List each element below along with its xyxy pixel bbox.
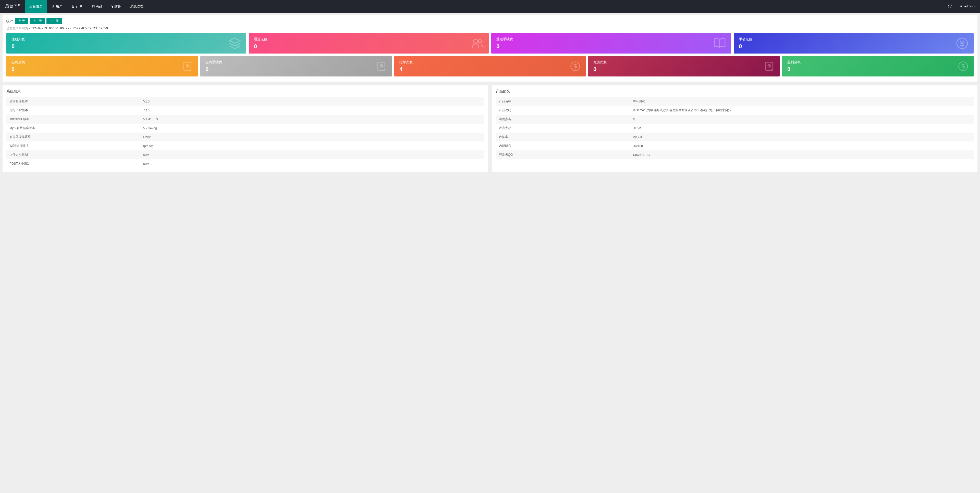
table-row: 当前程序版本V1.0 bbox=[6, 97, 484, 106]
nav-item[interactable]: ¥财务 bbox=[107, 0, 126, 13]
panel-title: 产品团队 bbox=[496, 89, 974, 94]
product-team-panel: 产品团队 产品名称学习测试产品说明本Demo只为学习测试交流,请勿要做商业或者用… bbox=[492, 86, 978, 172]
note-icon bbox=[764, 61, 775, 71]
stat-tile[interactable]: 通道充值 0 bbox=[249, 33, 489, 54]
row-key: MySQL数据库版本 bbox=[6, 124, 140, 133]
stat-tiles-row-1: 注册人数 0 通道充值 0 通道手续费 0 手动充值 0 bbox=[6, 33, 974, 54]
stat-tile[interactable]: 提现金额 0 bbox=[6, 56, 198, 76]
system-info-panel: 系统信息 当前程序版本V1.0运行PHP版本7.1.5ThinkPHP版本5.1… bbox=[3, 86, 488, 172]
dollar-icon bbox=[570, 61, 581, 71]
table-row: 上传大小限制50M bbox=[6, 151, 484, 159]
nav-item[interactable]: 后台首页 bbox=[25, 0, 47, 13]
stats-label: 统计 bbox=[6, 19, 13, 24]
tile-title: 抢单次数 bbox=[399, 60, 581, 65]
nav-label: 商品 bbox=[96, 4, 102, 9]
tile-value: 0 bbox=[788, 66, 969, 73]
stat-tile[interactable]: 通道手续费 0 bbox=[491, 33, 731, 54]
row-value: MySQL bbox=[630, 133, 974, 141]
stat-tile[interactable]: 抢单次数 4 bbox=[394, 56, 586, 76]
nav-label: 财务 bbox=[115, 4, 121, 9]
row-value: 5.7.34-log bbox=[140, 124, 484, 133]
nav-item[interactable]: 系统管理 bbox=[126, 0, 148, 13]
product-team-table: 产品名称学习测试产品说明本Demo只为学习测试交流,请勿要做商业或者用于违法行为… bbox=[496, 97, 974, 159]
row-value: Linux bbox=[140, 133, 484, 141]
nav-label: 系统管理 bbox=[130, 4, 143, 9]
tile-title: 提现金额 bbox=[11, 60, 192, 65]
stats-header: 统计 今 天上一天下一天 bbox=[6, 18, 974, 24]
table-row: 内部版号202108 bbox=[496, 141, 974, 151]
stat-tile[interactable]: 充值次数 0 bbox=[588, 56, 780, 76]
dollar-icon bbox=[958, 61, 969, 71]
info-panels: 系统信息 当前程序版本V1.0运行PHP版本7.1.5ThinkPHP版本5.1… bbox=[3, 86, 977, 172]
row-key: 开发者QQ bbox=[496, 151, 630, 159]
stat-tile[interactable]: 提现手续费 0 bbox=[200, 56, 392, 76]
stats-card: 统计 今 天上一天下一天 当前查询时间为:2022-07-09 00:00:00… bbox=[3, 15, 977, 82]
table-row: ThinkPHP版本5.1.41 LTS bbox=[6, 115, 484, 124]
table-row: 服务器操作系统Linux bbox=[6, 133, 484, 141]
tile-value: 0 bbox=[205, 66, 387, 73]
cart-icon bbox=[92, 5, 95, 8]
refresh-button[interactable] bbox=[944, 0, 956, 13]
time-filter-button[interactable]: 上一天 bbox=[30, 18, 45, 24]
logo-version: V1.0 bbox=[14, 3, 20, 6]
time-filter-button[interactable]: 今 天 bbox=[15, 18, 28, 24]
svg-point-0 bbox=[53, 5, 54, 6]
table-row: 数据库MySQL bbox=[496, 133, 974, 141]
nav-label: 后台首页 bbox=[29, 4, 43, 9]
tile-value: 0 bbox=[739, 43, 969, 50]
row-key: 运行PHP版本 bbox=[6, 106, 140, 115]
time-label: 当前查询时间为: bbox=[6, 27, 29, 30]
tile-title: 提现手续费 bbox=[205, 60, 387, 65]
time-info: 当前查询时间为:2022-07-09 00:00:00 --- 2022-07-… bbox=[6, 26, 974, 30]
row-value: 50M bbox=[140, 151, 484, 159]
stat-tile[interactable]: 手动充值 0 bbox=[734, 33, 974, 54]
nav-item[interactable]: 订单 bbox=[67, 0, 87, 13]
tile-title: 盈利金额 bbox=[788, 60, 969, 65]
svg-point-7 bbox=[478, 40, 482, 43]
nav-label: 用户 bbox=[56, 4, 62, 9]
row-value: fpm-fcgi bbox=[140, 141, 484, 151]
tile-value: 0 bbox=[11, 43, 241, 50]
main-content: 统计 今 天上一天下一天 当前查询时间为:2022-07-09 00:00:00… bbox=[0, 13, 980, 174]
user-icon bbox=[52, 5, 55, 8]
row-value: 50.5M bbox=[630, 124, 974, 133]
yen-circle-icon bbox=[956, 37, 969, 50]
main-nav: 后台首页用户订单商品¥财务系统管理 bbox=[25, 0, 148, 13]
chevron-down-icon bbox=[974, 5, 976, 8]
stat-tiles-row-2: 提现金额 0 提现手续费 0 抢单次数 4 充值次数 0 盈利金额 0 bbox=[6, 56, 974, 76]
row-value: 5.1.41 LTS bbox=[140, 115, 484, 124]
row-value: 7.1.5 bbox=[140, 106, 484, 115]
time-filter-button[interactable]: 下一天 bbox=[46, 18, 62, 24]
user-name: admin bbox=[964, 5, 973, 8]
table-row: 产品名称学习测试 bbox=[496, 97, 974, 106]
row-key: POST大小限制 bbox=[6, 159, 140, 168]
time-value: 2022-07-09 00:00:00 --- 2022-07-09 23:59… bbox=[29, 27, 108, 30]
row-key: WEB运行环境 bbox=[6, 141, 140, 151]
row-value: 本Demo只为学习测试交流,请勿要做商业或者用于违法行为,一切后果自负. bbox=[630, 106, 974, 115]
tile-value: 0 bbox=[254, 43, 484, 50]
tile-value: 4 bbox=[399, 66, 581, 73]
tile-value: 0 bbox=[11, 66, 192, 73]
table-row: 开发者QQ1467572213 bbox=[496, 151, 974, 159]
user-menu[interactable]: admin bbox=[956, 5, 980, 8]
order-icon bbox=[72, 5, 75, 8]
row-key: 产品说明 bbox=[496, 106, 630, 115]
nav-label: 订单 bbox=[76, 4, 83, 9]
user-icon bbox=[959, 5, 963, 8]
row-key: 上传大小限制 bbox=[6, 151, 140, 159]
nav-item[interactable]: 用户 bbox=[47, 0, 67, 13]
system-info-table: 当前程序版本V1.0运行PHP版本7.1.5ThinkPHP版本5.1.41 L… bbox=[6, 97, 484, 168]
book-icon bbox=[713, 37, 726, 50]
refresh-icon bbox=[948, 4, 952, 8]
table-row: 运行PHP版本7.1.5 bbox=[6, 106, 484, 115]
row-key: ThinkPHP版本 bbox=[6, 115, 140, 124]
topbar: 后台 V1.0 后台首页用户订单商品¥财务系统管理 admin bbox=[0, 0, 980, 13]
table-row: 请勿点击⊝ bbox=[496, 115, 974, 124]
svg-marker-5 bbox=[229, 38, 240, 43]
stat-tile[interactable]: 注册人数 0 bbox=[6, 33, 246, 54]
row-key: 数据库 bbox=[496, 133, 630, 141]
row-value: 1467572213 bbox=[630, 151, 974, 159]
nav-item[interactable]: 商品 bbox=[87, 0, 107, 13]
table-row: MySQL数据库版本5.7.34-log bbox=[6, 124, 484, 133]
stat-tile[interactable]: 盈利金额 0 bbox=[782, 56, 974, 76]
